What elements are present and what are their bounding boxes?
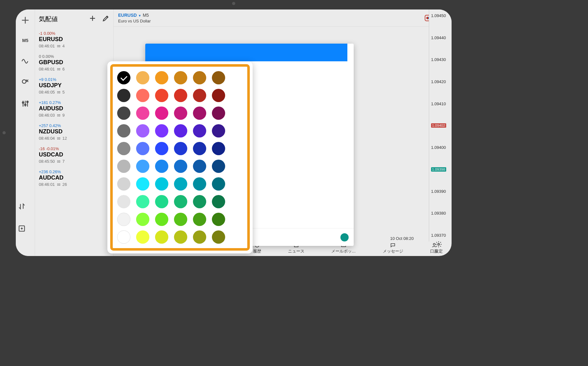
- quotes-list[interactable]: -1 0.00%EURUSD08:46:01 40 0.00%GBPUSD08:…: [35, 28, 113, 256]
- color-swatch[interactable]: [193, 195, 206, 208]
- color-swatch[interactable]: [212, 71, 225, 84]
- tablet-camera-dot: [232, 2, 235, 5]
- color-swatch[interactable]: [212, 195, 225, 208]
- color-swatch[interactable]: [193, 71, 206, 84]
- quote-item[interactable]: -1 0.00%EURUSD08:46:01 4: [35, 28, 113, 52]
- color-swatch[interactable]: [193, 124, 206, 137]
- timeframe-label[interactable]: M5: [22, 38, 28, 43]
- color-swatch[interactable]: [193, 230, 206, 244]
- color-swatch[interactable]: [155, 107, 168, 120]
- color-swatch[interactable]: [155, 71, 168, 84]
- color-swatch[interactable]: [174, 160, 187, 173]
- color-swatch[interactable]: [155, 230, 168, 244]
- color-swatch[interactable]: [117, 195, 130, 208]
- color-swatch[interactable]: [155, 213, 168, 226]
- chart-desc: Euro vs US Dollar: [118, 19, 151, 23]
- color-swatch[interactable]: [117, 71, 130, 84]
- color-swatch[interactable]: [117, 107, 130, 120]
- y-axis-label: 1.09430: [431, 57, 450, 62]
- chart-header: EURUSD ▼ M5 Euro vs US Dollar: [114, 9, 452, 27]
- color-swatch[interactable]: [212, 230, 225, 244]
- quote-item[interactable]: 0 0.00%GBPUSD08:46:01 6: [35, 52, 113, 75]
- color-swatch[interactable]: [193, 177, 206, 191]
- color-swatch[interactable]: [155, 89, 168, 102]
- price-axis: 1.094501.094401.094301.094201.094101.094…: [429, 9, 452, 241]
- y-axis-label: 1.09450: [431, 13, 450, 18]
- color-swatch[interactable]: [174, 230, 187, 244]
- tablet-viewport: M5 気配値: [16, 9, 452, 256]
- color-swatch[interactable]: [174, 142, 187, 155]
- object-icon[interactable]: [21, 77, 30, 87]
- color-swatch[interactable]: [117, 160, 130, 173]
- color-swatch[interactable]: [155, 142, 168, 155]
- chart-timeframe: M5: [143, 13, 149, 18]
- color-swatch[interactable]: [174, 107, 187, 120]
- color-picker-popover: [107, 61, 253, 253]
- color-swatch[interactable]: [174, 89, 187, 102]
- quote-item[interactable]: +257 0.42%NZDUSD08:46:04 12: [35, 121, 113, 144]
- color-swatch[interactable]: [117, 124, 130, 137]
- color-swatch[interactable]: [136, 213, 149, 226]
- edit-icon[interactable]: [102, 15, 110, 23]
- y-axis-label: 1.09420: [431, 79, 450, 84]
- add-symbol-icon[interactable]: [89, 15, 96, 23]
- color-swatch[interactable]: [136, 177, 149, 191]
- color-swatch[interactable]: [212, 160, 225, 173]
- color-swatch[interactable]: [212, 124, 225, 137]
- color-swatch[interactable]: [136, 230, 149, 244]
- color-swatch[interactable]: [155, 160, 168, 173]
- bid-price-tag: 1.09398: [431, 167, 446, 172]
- color-swatch[interactable]: [174, 213, 187, 226]
- color-swatch[interactable]: [136, 71, 149, 84]
- color-swatch[interactable]: [155, 124, 168, 137]
- color-swatch[interactable]: [193, 142, 206, 155]
- color-swatch[interactable]: [174, 124, 187, 137]
- color-swatch[interactable]: [193, 107, 206, 120]
- settings-button[interactable]: 設定: [435, 241, 443, 254]
- color-swatch[interactable]: [117, 177, 130, 191]
- color-swatch[interactable]: [136, 142, 149, 155]
- svg-point-14: [438, 243, 440, 245]
- left-extra-icons: [18, 202, 26, 234]
- color-swatch[interactable]: [193, 89, 206, 102]
- color-swatch[interactable]: [212, 213, 225, 226]
- dropdown-icon[interactable]: ▼: [138, 14, 141, 17]
- svg-point-0: [22, 80, 26, 83]
- color-swatch[interactable]: [117, 142, 130, 155]
- color-swatch[interactable]: [155, 195, 168, 208]
- add-panel-icon[interactable]: [18, 224, 26, 234]
- color-swatch[interactable]: [212, 177, 225, 191]
- quotes-header: 気配値: [35, 9, 113, 28]
- color-swatch[interactable]: [193, 213, 206, 226]
- color-swatch[interactable]: [174, 71, 187, 84]
- quote-item[interactable]: +236 0.26%AUDCAD08:46:01 26: [35, 167, 113, 190]
- color-swatch[interactable]: [136, 124, 149, 137]
- color-swatch[interactable]: [117, 89, 130, 102]
- quote-item[interactable]: +9 0.01%USDJPY08:46:05 5: [35, 75, 113, 98]
- sort-icon[interactable]: [18, 202, 26, 212]
- quotes-panel: 気配値 -1 0.00%EURUSD08:46:01 40 0.00%GBPUS…: [35, 9, 114, 256]
- color-swatch[interactable]: [117, 213, 130, 226]
- color-swatch[interactable]: [174, 195, 187, 208]
- color-swatch[interactable]: [136, 107, 149, 120]
- color-swatch[interactable]: [212, 89, 225, 102]
- color-swatch[interactable]: [136, 195, 149, 208]
- quote-item[interactable]: -16 -0.01%USDCAD08:45:50 7: [35, 144, 113, 167]
- indicator-icon[interactable]: [21, 55, 30, 65]
- color-swatch[interactable]: [136, 160, 149, 173]
- sliders-icon[interactable]: [21, 99, 30, 109]
- tab-6[interactable]: メッセージ: [383, 242, 403, 254]
- color-swatch[interactable]: [212, 107, 225, 120]
- color-swatch[interactable]: [155, 177, 168, 191]
- color-swatch[interactable]: [193, 160, 206, 173]
- y-axis-label: 1.09390: [431, 189, 450, 194]
- color-swatch[interactable]: [174, 177, 187, 191]
- ask-price-tag: 1.09402: [431, 123, 446, 128]
- color-swatch[interactable]: [212, 142, 225, 155]
- crosshair-icon[interactable]: [21, 16, 30, 26]
- settings-label: 設定: [435, 249, 443, 253]
- color-swatch[interactable]: [136, 89, 149, 102]
- quote-item[interactable]: +181 0.27%AUDUSD08:46:03 9: [35, 98, 113, 121]
- color-swatch[interactable]: [117, 230, 130, 244]
- dialog-title: 線色:: [145, 44, 347, 61]
